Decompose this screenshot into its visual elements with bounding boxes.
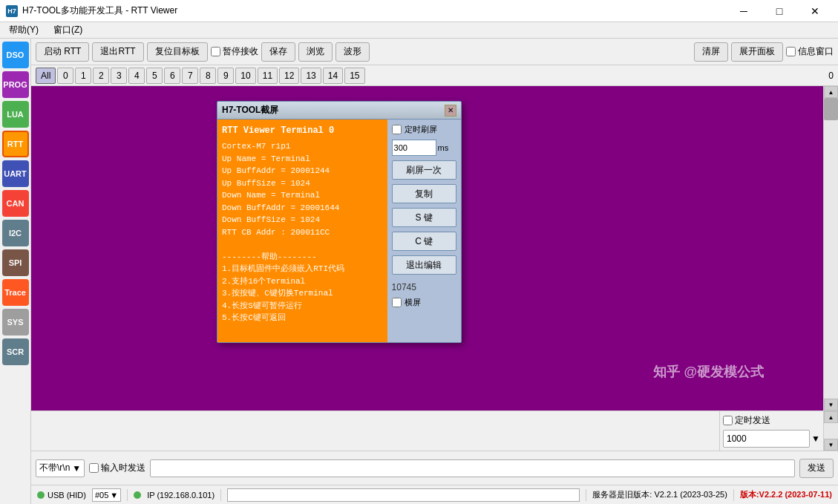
terminal-line-3: Up BuffSize = 1024	[222, 177, 383, 190]
sidebar-btn-can[interactable]: CAN	[2, 190, 29, 217]
channel-tab-all[interactable]: All	[36, 68, 56, 84]
channel-tab-10[interactable]: 10	[235, 68, 255, 84]
app-title: H7-TOOL多功能开发工具 - RTT Viewer	[22, 4, 177, 17]
minimize-button[interactable]: ─	[727, 0, 761, 22]
sidebar-btn-dso[interactable]: DSO	[2, 42, 29, 68]
popup-titlebar: H7-TOOL截屏 ✕	[217, 102, 461, 120]
main-layout: DSO PROG LUA RTT UART CAN I2C SPI Trace …	[0, 39, 838, 504]
dropdown-arrow: ▼	[72, 463, 81, 474]
clear-screen-button[interactable]: 清屏	[694, 42, 728, 62]
send-on-input-checkbox[interactable]: 输入时发送	[89, 462, 145, 474]
terminal-header: RTT Viewer Terminal 0	[222, 124, 383, 137]
sidebar-btn-trace[interactable]: Trace	[2, 279, 29, 306]
channel-tab-4[interactable]: 4	[128, 68, 145, 84]
c-key-button[interactable]: C 键	[392, 232, 456, 251]
expand-panel-button[interactable]: 展开面板	[731, 42, 783, 62]
refresh-once-button[interactable]: 刷屏一次	[392, 160, 456, 180]
terminal-line-0: Cortex-M7 r1p1	[222, 140, 383, 153]
scroll-up-arrow[interactable]: ▲	[824, 86, 838, 98]
interval-input[interactable]	[392, 140, 436, 156]
channel-tab-1[interactable]: 1	[75, 68, 91, 84]
stop-rtt-button[interactable]: 退出RTT	[92, 42, 143, 62]
exit-edit-button[interactable]: 退出编辑	[392, 255, 456, 275]
channel-tab-5[interactable]: 5	[146, 68, 163, 84]
timed-interval-input[interactable]: 1000	[723, 430, 810, 448]
port-arrow: ▼	[110, 491, 118, 500]
info-window-checkbox[interactable]: 信息窗口	[786, 45, 834, 58]
send-button[interactable]: 发送	[799, 459, 834, 478]
send-text-input[interactable]	[150, 459, 795, 477]
pause-recv-checkbox[interactable]: 暂停接收	[211, 45, 258, 58]
popup-overlay: H7-TOOL截屏 ✕ RTT Viewer Terminal 0 Cortex…	[31, 86, 823, 410]
maximize-button[interactable]: □	[762, 0, 796, 22]
sidebar-btn-prog[interactable]: PROG	[2, 71, 29, 98]
sidebar-btn-i2c[interactable]: I2C	[2, 220, 29, 246]
menu-help[interactable]: 帮助(Y)	[3, 22, 45, 38]
pause-recv-input[interactable]	[211, 47, 220, 56]
no-suffix-dropdown[interactable]: 不带\r\n ▼	[36, 459, 85, 477]
landscape-checkbox-row[interactable]: 横屏	[392, 297, 456, 308]
menu-window[interactable]: 窗口(Z)	[48, 22, 88, 38]
popup-close-button[interactable]: ✕	[445, 105, 456, 117]
timing-checkbox[interactable]	[392, 125, 402, 134]
timed-send-checkbox[interactable]: 定时发送	[723, 414, 820, 427]
timed-send-input[interactable]	[723, 416, 733, 425]
status-divider-3	[586, 489, 586, 501]
channel-tab-15[interactable]: 15	[344, 68, 364, 84]
channel-tab-0[interactable]: 0	[57, 68, 73, 84]
bottom-scroll-up[interactable]: ▲	[824, 411, 838, 423]
channel-tab-9[interactable]: 9	[217, 68, 234, 84]
scroll-thumb[interactable]	[824, 98, 838, 120]
sidebar-btn-rtt[interactable]: RTT	[2, 131, 29, 157]
waveform-button[interactable]: 波形	[335, 42, 370, 62]
channel-tab-3[interactable]: 3	[111, 68, 127, 84]
popup-sidebar: 定时刷屏 ms 刷屏一次 复制 S 键 C 键 退出编辑	[387, 120, 461, 342]
ip-label: IP (192.168.0.101)	[147, 491, 215, 500]
s-key-button[interactable]: S 键	[392, 208, 456, 227]
close-button[interactable]: ✕	[798, 0, 832, 22]
reset-target-button[interactable]: 复位目标板	[147, 42, 208, 62]
terminal-line-11: 2.支持16个Terminal	[222, 275, 383, 288]
channel-tab-6[interactable]: 6	[164, 68, 180, 84]
timing-checkbox-row[interactable]: 定时刷屏	[392, 124, 456, 135]
sidebar-btn-lua[interactable]: LUA	[2, 101, 29, 128]
status-input[interactable]	[227, 488, 580, 502]
send-on-input-input[interactable]	[89, 463, 99, 473]
scroll-track	[824, 98, 838, 399]
timed-send-label: 定时发送	[735, 414, 770, 427]
work-area: H7-TOOL截屏 ✕ RTT Viewer Terminal 0 Cortex…	[31, 86, 823, 410]
scroll-down-arrow[interactable]: ▼	[824, 399, 838, 410]
terminal-line-8	[222, 238, 383, 251]
sidebar-btn-spi[interactable]: SPI	[2, 249, 29, 276]
info-window-input[interactable]	[786, 47, 796, 56]
bottom-scroll-down[interactable]: ▼	[824, 439, 838, 451]
channel-tab-11[interactable]: 11	[258, 68, 278, 84]
landscape-label: 横屏	[405, 297, 421, 308]
timed-unit-label: ▼	[811, 433, 820, 444]
channel-tab-7[interactable]: 7	[182, 68, 198, 84]
channel-tab-2[interactable]: 2	[93, 68, 109, 84]
channel-tab-8[interactable]: 8	[200, 68, 216, 84]
channel-tab-14[interactable]: 14	[323, 68, 343, 84]
save-button[interactable]: 保存	[261, 42, 295, 62]
browse-button[interactable]: 浏览	[298, 42, 333, 62]
port-dropdown[interactable]: #05 ▼	[92, 488, 121, 502]
usb-status: USB (HID)	[37, 491, 86, 500]
ms-label: ms	[438, 143, 449, 152]
menu-bar: 帮助(Y) 窗口(Z)	[0, 22, 838, 39]
bottom-input-row: 不带\r\n ▼ 输入时发送 发送	[31, 451, 838, 485]
copy-button[interactable]: 复制	[392, 184, 456, 203]
landscape-checkbox[interactable]	[392, 298, 402, 307]
usb-label: USB (HID)	[48, 491, 86, 500]
no-suffix-label: 不带\r\n	[39, 462, 70, 474]
channel-tab-12[interactable]: 12	[279, 68, 299, 84]
start-rtt-button[interactable]: 启动 RTT	[36, 42, 89, 62]
sidebar-btn-sys[interactable]: SYS	[2, 309, 29, 336]
window-controls: ─ □ ✕	[727, 0, 832, 22]
sidebar-btn-uart[interactable]: UART	[2, 160, 29, 187]
status-divider-2	[220, 489, 221, 501]
terminal-line-5: Down BuffAddr = 20001644	[222, 202, 383, 215]
status-divider-1	[127, 489, 128, 501]
channel-tab-13[interactable]: 13	[301, 68, 321, 84]
sidebar-btn-scr[interactable]: SCR	[2, 338, 29, 365]
